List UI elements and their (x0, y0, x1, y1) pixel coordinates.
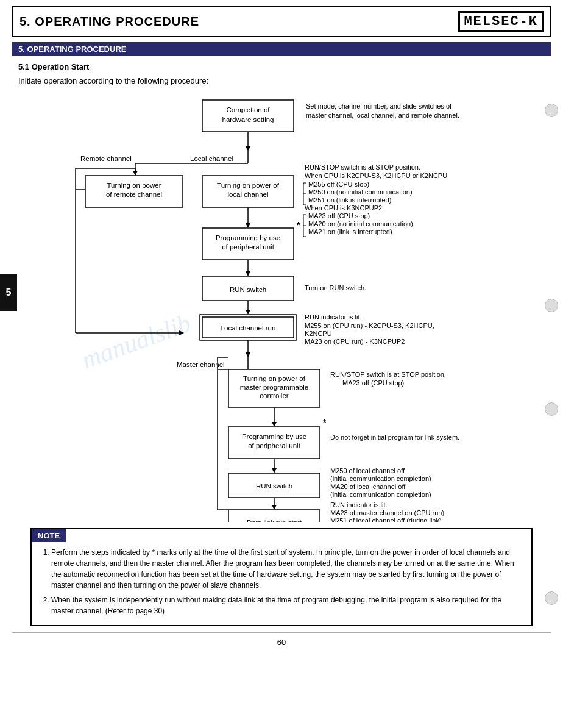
svg-text:MA20 of local channel off: MA20 of local channel off (330, 483, 406, 490)
svg-text:Completion of: Completion of (227, 106, 271, 113)
svg-text:MA23 on (CPU run) - K3NCPUP2: MA23 on (CPU run) - K3NCPUP2 (305, 338, 405, 345)
svg-text:Do not forget initial program : Do not forget initial program for link s… (330, 434, 459, 441)
svg-text:Turning on power of: Turning on power of (217, 182, 280, 189)
sidebar-tab: 5 (0, 274, 17, 311)
svg-text:of remote channel: of remote channel (106, 191, 162, 198)
note-item-1: Perform the steps indicated by * marks o… (51, 547, 523, 591)
page-title: 5. OPERATING PROCEDURE (19, 15, 199, 29)
content-area: 5.1 Operation Start Initiate operation a… (0, 62, 563, 626)
svg-text:M255 on (CPU run) - K2CPU-S3, : M255 on (CPU run) - K2CPU-S3, K2HCPU, (305, 322, 434, 329)
svg-text:RUN switch: RUN switch (256, 482, 292, 490)
svg-marker-91 (272, 505, 277, 510)
flowchart-container: manualslib Completion of hardware settin… (18, 95, 545, 522)
svg-marker-19 (179, 330, 184, 335)
page-header: 5. OPERATING PROCEDURE MELSEC-K (12, 6, 551, 37)
note-item-2: When the system is independently run wit… (51, 594, 523, 616)
svg-text:Local channel: Local channel (190, 155, 233, 162)
svg-marker-44 (246, 223, 250, 228)
svg-text:RUN indicator is lit.: RUN indicator is lit. (330, 501, 388, 509)
svg-text:MA20 on (no initial communicat: MA20 on (no initial communication) (308, 220, 413, 227)
svg-text:K2NCPU: K2NCPU (305, 330, 332, 337)
svg-marker-6 (246, 146, 250, 151)
svg-text:Turn on RUN switch.: Turn on RUN switch. (305, 284, 366, 291)
svg-text:Turning on power: Turning on power (107, 182, 161, 189)
svg-text:*: * (297, 220, 300, 230)
svg-text:Programming by use: Programming by use (242, 433, 306, 440)
svg-marker-83 (272, 468, 277, 473)
svg-text:Remote channel: Remote channel (80, 155, 132, 162)
melsec-logo: MELSEC-K (458, 11, 544, 32)
section-heading: 5. OPERATING PROCEDURE (12, 42, 551, 56)
svg-text:(initial communication complet: (initial communication completion) (330, 491, 431, 498)
svg-text:When CPU is K3NCPUP2: When CPU is K3NCPUP2 (305, 204, 382, 212)
decorative-circle-2 (545, 299, 558, 312)
svg-text:of peripheral unit: of peripheral unit (248, 442, 300, 449)
svg-text:Set mode, channel number, and : Set mode, channel number, and slide swit… (306, 102, 452, 110)
svg-text:M250 on (no initial communicat: M250 on (no initial communication) (308, 188, 413, 196)
svg-text:master programmable: master programmable (240, 384, 308, 391)
svg-text:Data link run start: Data link run start (247, 519, 302, 522)
page-container: 5. OPERATING PROCEDURE MELSEC-K 5. OPERA… (0, 6, 563, 728)
intro-text: Initiate operation according to the foll… (18, 76, 545, 85)
flowchart-svg: Completion of hardware setting Set mode,… (18, 95, 545, 522)
subsection-title: 5.1 Operation Start (18, 62, 545, 71)
svg-text:master channel, local channel,: master channel, local channel, and remot… (306, 112, 459, 119)
svg-text:RUN/STOP switch is at STOP pos: RUN/STOP switch is at STOP position. (305, 163, 420, 171)
svg-text:hardware setting: hardware setting (222, 116, 274, 123)
note-content: Perform the steps indicated by * marks o… (32, 542, 531, 625)
svg-text:Local channel run: Local channel run (221, 324, 276, 332)
svg-text:M251 on (link is interrupted): M251 on (link is interrupted) (308, 196, 391, 204)
decorative-circle-4 (545, 591, 558, 605)
svg-text:Turning on power of: Turning on power of (243, 375, 306, 382)
note-header: NOTE (32, 529, 66, 542)
svg-text:RUN indicator is lit.: RUN indicator is lit. (305, 313, 362, 321)
svg-text:local channel: local channel (227, 191, 268, 198)
decorative-circle-3 (545, 402, 558, 416)
svg-text:RUN/STOP switch is at STOP pos: RUN/STOP switch is at STOP position. (330, 371, 446, 378)
svg-text:(initial communication complet: (initial communication completion) (330, 475, 431, 482)
svg-marker-55 (246, 310, 250, 315)
svg-text:M255 off (CPU stop): M255 off (CPU stop) (308, 180, 369, 188)
svg-text:controller: controller (260, 392, 288, 399)
svg-marker-76 (272, 422, 277, 427)
decorative-circle-1 (545, 104, 558, 117)
svg-text:MA21 on (link is interrupted): MA21 on (link is interrupted) (308, 228, 392, 235)
svg-text:*: * (323, 418, 327, 427)
note-box: NOTE Perform the steps indicated by * ma… (30, 528, 533, 626)
svg-text:Programming by use: Programming by use (216, 234, 280, 241)
svg-text:When CPU is K2CPU-S3, K2HCPU o: When CPU is K2CPU-S3, K2HCPU or K2NCPU (305, 172, 447, 179)
svg-text:MA23 off (CPU stop): MA23 off (CPU stop) (342, 379, 404, 387)
page-number: 60 (12, 632, 551, 652)
svg-marker-50 (246, 271, 250, 276)
svg-text:RUN switch: RUN switch (230, 286, 266, 293)
svg-text:M250 of local channel off: M250 of local channel off (330, 467, 405, 474)
svg-text:MA23 off (CPU stop): MA23 off (CPU stop) (308, 212, 370, 219)
svg-text:of peripheral unit: of peripheral unit (222, 243, 274, 251)
svg-text:MA23 of master channel on (CPU: MA23 of master channel on (CPU run) (330, 509, 444, 516)
svg-text:M251 of local channel off (dur: M251 of local channel off (during link) (330, 517, 442, 522)
